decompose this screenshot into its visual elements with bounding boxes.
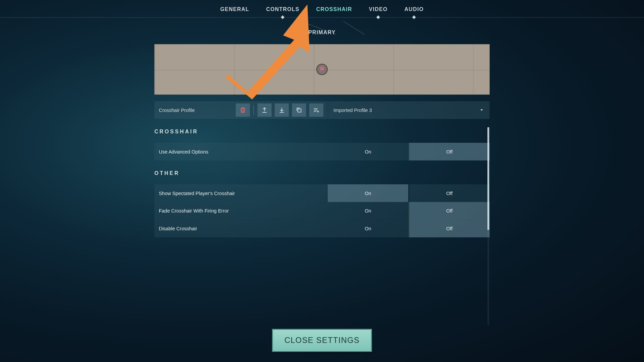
setting-row: Use Advanced Options On Off xyxy=(154,143,490,161)
setting-label: Disable Crosshair xyxy=(154,220,328,237)
section-header-other: OTHER xyxy=(154,170,490,176)
option-on[interactable]: On xyxy=(328,202,408,220)
close-settings-button[interactable]: CLOSE SETTINGS xyxy=(272,329,372,352)
profile-label: Crosshair Profile xyxy=(159,107,195,113)
trash-icon xyxy=(239,107,246,114)
option-off[interactable]: Off xyxy=(408,220,490,237)
section-header-crosshair: CROSSHAIR xyxy=(154,129,490,135)
option-off[interactable]: Off xyxy=(408,143,490,161)
tab-crosshair[interactable]: CROSSHAIR xyxy=(316,1,352,16)
profile-bar: Crosshair Profile Impor xyxy=(154,101,490,119)
subtab-area: PRIMARY xyxy=(0,21,644,42)
setting-row: Disable Crosshair On Off xyxy=(154,220,490,237)
profile-selected-value: Imported Profile 3 xyxy=(333,107,372,113)
svg-rect-2 xyxy=(298,109,301,112)
subtab-primary[interactable]: PRIMARY xyxy=(308,29,336,35)
profile-toolbar: Crosshair Profile xyxy=(154,101,328,119)
close-button-label: CLOSE SETTINGS xyxy=(284,336,360,345)
delete-profile-button[interactable] xyxy=(236,104,250,117)
tab-audio[interactable]: AUDIO xyxy=(405,1,424,16)
tab-label: GENERAL xyxy=(220,6,250,12)
import-profile-button[interactable] xyxy=(275,104,289,117)
option-on[interactable]: On xyxy=(328,220,408,237)
crosshair-preview xyxy=(154,44,490,95)
setting-label: Fade Crosshair With Firing Error xyxy=(154,202,328,220)
settings-content: Crosshair Profile Impor xyxy=(154,44,490,237)
tab-label: AUDIO xyxy=(405,6,424,12)
option-on[interactable]: On xyxy=(328,184,408,202)
crosshair-preview-reticle xyxy=(316,64,328,75)
diamond-icon xyxy=(412,15,416,19)
main-tabs: GENERAL CONTROLS CROSSHAIR VIDEO AUDIO xyxy=(0,0,644,18)
tab-label: VIDEO xyxy=(369,6,388,12)
profile-dropdown[interactable]: Imported Profile 3 xyxy=(328,101,489,119)
option-off[interactable]: Off xyxy=(408,202,490,220)
new-profile-button[interactable] xyxy=(309,104,323,117)
copy-icon xyxy=(296,107,303,114)
download-icon xyxy=(278,107,285,114)
option-on[interactable]: On xyxy=(328,143,408,161)
upload-icon xyxy=(261,107,268,114)
export-profile-button[interactable] xyxy=(257,104,271,117)
chevron-down-icon xyxy=(479,107,484,113)
setting-row: Fade Crosshair With Firing Error On Off xyxy=(154,202,490,220)
diamond-icon xyxy=(281,15,284,19)
tab-controls[interactable]: CONTROLS xyxy=(266,1,299,16)
diamond-icon xyxy=(376,15,380,19)
tab-label: CROSSHAIR xyxy=(316,6,352,12)
scrollbar-thumb[interactable] xyxy=(487,127,489,230)
copy-profile-button[interactable] xyxy=(292,104,306,117)
tab-general[interactable]: GENERAL xyxy=(220,1,250,16)
setting-row: Show Spectated Player's Crosshair On Off xyxy=(154,184,490,202)
separator xyxy=(254,105,254,115)
tab-video[interactable]: VIDEO xyxy=(369,1,388,16)
scrollbar[interactable] xyxy=(487,127,489,325)
setting-label: Use Advanced Options xyxy=(154,143,328,161)
setting-label: Show Spectated Player's Crosshair xyxy=(154,184,328,202)
list-add-icon xyxy=(313,107,320,114)
option-off[interactable]: Off xyxy=(408,184,490,202)
svg-line-1 xyxy=(343,21,364,35)
tab-label: CONTROLS xyxy=(266,6,299,12)
